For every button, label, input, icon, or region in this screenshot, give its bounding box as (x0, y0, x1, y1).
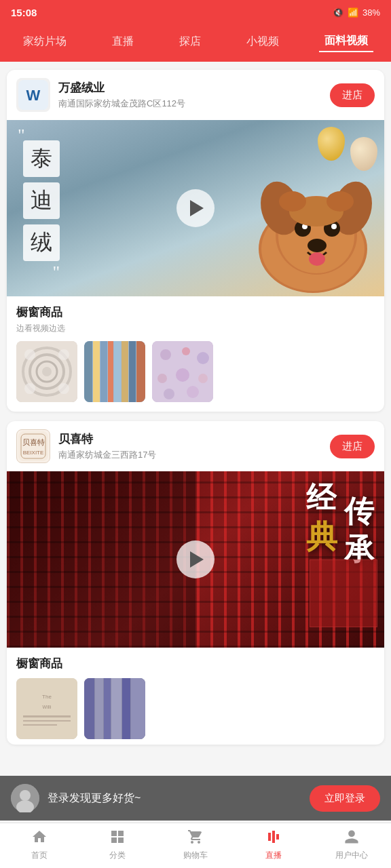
char-jing: 经 (306, 481, 337, 514)
product-thumb-1[interactable] (16, 341, 77, 402)
video-1[interactable]: " 泰 迪 绒 " (7, 120, 384, 296)
svg-point-15 (279, 191, 306, 212)
category-icon (109, 829, 126, 848)
svg-text:W: W (26, 87, 41, 104)
login-banner: 登录发现更多好货~ 立即登录 (0, 776, 391, 821)
svg-point-21 (42, 367, 52, 376)
login-avatar-icon (11, 784, 39, 812)
svg-rect-27 (84, 341, 92, 402)
svg-rect-59 (122, 678, 130, 739)
nav-item-live[interactable]: 直播 (107, 32, 139, 52)
enter-store-2-btn[interactable]: 进店 (330, 435, 375, 458)
svg-rect-31 (114, 341, 121, 402)
svg-point-42 (164, 389, 174, 399)
login-prompt-text: 登录发现更多好货~ (48, 791, 301, 806)
product-thumb-4[interactable]: The Willi (16, 678, 77, 739)
balloon-decoration (318, 127, 377, 171)
showcase-products-2: The Willi (16, 678, 375, 739)
tab-live-label: 直播 (265, 850, 282, 861)
svg-point-37 (182, 347, 190, 355)
product-thumb-3[interactable] (152, 341, 213, 402)
fabric-3-img (152, 341, 213, 402)
svg-point-11 (331, 224, 337, 229)
play-button-2[interactable] (176, 540, 215, 578)
svg-rect-28 (93, 341, 100, 402)
tab-category[interactable]: 分类 (97, 829, 138, 861)
product-thumb-2[interactable] (84, 341, 145, 402)
svg-text:The: The (42, 694, 52, 700)
tab-user[interactable]: 用户中心 (331, 829, 372, 861)
svg-point-22 (24, 349, 35, 360)
balloon-cream (350, 137, 377, 171)
showcase-title-2: 橱窗商品 (16, 656, 375, 671)
status-time: 15:08 (11, 7, 37, 18)
svg-text:BEIXITE: BEIXITE (23, 450, 44, 456)
product-thumb-5[interactable] (84, 678, 145, 739)
fabric-5-img (84, 678, 145, 739)
svg-point-62 (20, 790, 31, 801)
tab-home[interactable]: 首页 (19, 829, 60, 861)
svg-rect-56 (95, 678, 103, 739)
svg-text:Willi: Willi (43, 705, 52, 709)
store-header-2: 贝喜特 BEIXITE 贝喜特 南通家纺城金三西路17号 进店 (7, 421, 384, 471)
fabric-1-img (16, 341, 77, 402)
svg-rect-65 (118, 831, 124, 836)
calligraphy-container: " 泰 迪 绒 " (23, 131, 60, 283)
enter-store-1-btn[interactable]: 进店 (330, 83, 375, 107)
showcase-2: 橱窗商品 The Willi (7, 648, 384, 745)
svg-point-40 (176, 368, 189, 382)
calli-char-2: 迪 (23, 182, 60, 219)
svg-point-39 (157, 374, 167, 383)
video-2[interactable]: 经 典 传 承 (7, 471, 384, 648)
store-info-1: 万盛绒业 南通国际家纺城金茂路C区112号 (58, 80, 322, 110)
nav-item-shortvideo[interactable]: 小视频 (241, 32, 284, 52)
calli-chars: 泰 迪 绒 (23, 140, 60, 261)
svg-rect-69 (272, 831, 275, 843)
svg-point-13 (309, 252, 325, 266)
store-address-2: 南通家纺城金三西路17号 (58, 449, 322, 461)
svg-rect-34 (136, 341, 145, 402)
beixite-logo-icon: 贝喜特 BEIXITE (18, 431, 48, 461)
play-triangle-icon (190, 200, 204, 216)
store-logo-2: 贝喜特 BEIXITE (16, 429, 50, 463)
battery-text: 38% (362, 7, 380, 18)
fabric-2-img (84, 341, 145, 402)
nav-item-fabricvideo[interactable]: 面料视频 (319, 31, 373, 52)
tab-cart-label: 购物车 (183, 850, 208, 861)
store-logo-1: W (16, 78, 50, 112)
svg-rect-55 (84, 678, 94, 739)
svg-point-16 (327, 191, 354, 212)
tab-bar: 首页 分类 购物车 直播 用户中心 (0, 823, 391, 868)
store-address-1: 南通国际家纺城金茂路C区112号 (58, 98, 322, 110)
svg-point-38 (197, 352, 209, 364)
wifi-icon: 📶 (348, 7, 358, 18)
svg-rect-66 (111, 837, 117, 843)
status-bar: 15:08 🔇 📶 38% (0, 0, 391, 24)
main-content: W 万盛绒业 南通国际家纺城金茂路C区112号 进店 (0, 62, 391, 857)
svg-rect-58 (111, 678, 122, 739)
nav-item-textile[interactable]: 家纺片场 (18, 32, 72, 52)
store-card-1: W 万盛绒业 南通国际家纺城金茂路C区112号 进店 (7, 70, 384, 412)
showcase-products-1 (16, 341, 375, 402)
svg-rect-51 (23, 715, 71, 717)
svg-point-43 (187, 386, 199, 398)
left-overlay (7, 471, 196, 648)
svg-rect-68 (268, 833, 271, 841)
tab-cart[interactable]: 购物车 (175, 829, 216, 861)
svg-text:贝喜特: 贝喜特 (22, 438, 45, 446)
svg-point-25 (58, 383, 69, 394)
login-now-btn[interactable]: 立即登录 (310, 785, 380, 812)
play-button-1[interactable] (176, 189, 215, 227)
store-name-1: 万盛绒业 (58, 80, 322, 96)
svg-rect-30 (108, 341, 113, 402)
red-box (310, 559, 377, 627)
tab-live[interactable]: 直播 (253, 829, 294, 861)
svg-rect-53 (23, 724, 57, 726)
top-nav: 家纺片场 直播 探店 小视频 面料视频 (0, 24, 391, 62)
svg-point-23 (58, 349, 69, 360)
svg-rect-70 (276, 834, 279, 840)
svg-rect-67 (118, 837, 124, 843)
svg-rect-32 (122, 341, 128, 402)
nav-item-explore[interactable]: 探店 (174, 32, 206, 52)
status-icons: 🔇 📶 38% (333, 7, 380, 18)
